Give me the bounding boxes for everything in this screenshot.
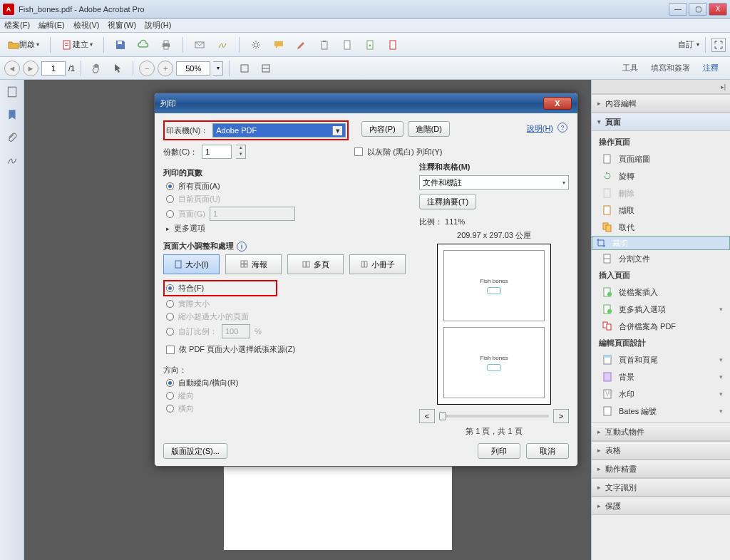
preview-next-button[interactable]: >	[553, 409, 569, 423]
comments-summary-button[interactable]: 注釋摘要(T)	[419, 194, 476, 209]
open-button[interactable]: 開啟▾	[4, 36, 43, 53]
section-table[interactable]: ▸表格	[592, 441, 730, 460]
dialog-close-icon[interactable]: X	[543, 97, 572, 110]
op-rotate[interactable]: 旋轉	[592, 167, 730, 185]
section-protect[interactable]: ▸保護	[592, 497, 730, 515]
create-button[interactable]: 建立▾	[58, 36, 96, 53]
op-bates[interactable]: Bates 編號▾	[592, 403, 730, 420]
panel-collapse-icon[interactable]: ▸|	[721, 83, 726, 90]
op-split[interactable]: 分割文件	[592, 250, 730, 267]
export-icon[interactable]	[361, 36, 379, 53]
orient-auto[interactable]: 自動縱向/橫向(R)	[166, 378, 406, 388]
bookmark-icon[interactable]	[6, 108, 19, 121]
comment-icon[interactable]	[269, 36, 288, 53]
op-replace[interactable]: 取代	[592, 219, 730, 236]
select-tool-icon[interactable]	[108, 60, 127, 77]
dialog-titlebar[interactable]: 列印 X	[155, 93, 577, 113]
preview-page-title: Fish bones	[480, 355, 508, 361]
op-crop[interactable]: 裁切	[592, 236, 730, 250]
menu-help[interactable]: 說明(H)	[145, 20, 171, 31]
minimize-button[interactable]: —	[669, 3, 687, 16]
fit-option[interactable]: 符合(F)	[166, 283, 274, 294]
svg-rect-36	[241, 264, 244, 267]
section-interactive[interactable]: ▸互動式物件	[592, 422, 730, 441]
op-background[interactable]: 背景▾	[592, 368, 730, 385]
preview-slider[interactable]	[439, 415, 549, 418]
comments-select[interactable]: 文件和標註▾	[419, 175, 569, 190]
fullscreen-icon[interactable]	[711, 38, 726, 52]
cloud-icon[interactable]	[134, 36, 153, 53]
range-all[interactable]: 所有頁面(A)	[166, 181, 406, 192]
properties-button[interactable]: 內容(P)	[361, 121, 403, 137]
seg-poster[interactable]: 海報	[225, 254, 282, 274]
signature-rail-icon[interactable]	[6, 154, 19, 167]
op-combine[interactable]: 合併檔案為 PDF	[592, 318, 730, 335]
menu-edit[interactable]: 編輯(E)	[38, 20, 65, 31]
page-input[interactable]	[41, 61, 66, 76]
advanced-button[interactable]: 進階(D)	[408, 121, 450, 137]
section-content-edit[interactable]: ▸內容編輯	[592, 94, 730, 113]
hand-tool-icon[interactable]	[87, 60, 106, 77]
copies-spinner[interactable]: ▲▼	[236, 145, 246, 159]
print-icon[interactable]	[157, 36, 175, 53]
zoom-dropdown[interactable]: ▾	[213, 61, 223, 76]
copies-input[interactable]	[202, 145, 232, 159]
zoom-in-icon[interactable]: +	[158, 61, 173, 76]
zoom-out-icon[interactable]: −	[139, 61, 155, 76]
section-ocr[interactable]: ▸文字識別	[592, 478, 730, 497]
op-insert-more[interactable]: 更多插入選項▾	[592, 301, 730, 318]
menu-file[interactable]: 檔案(F)	[4, 20, 30, 31]
op-header-footer[interactable]: 頁首和頁尾▾	[592, 351, 730, 368]
prev-page-icon[interactable]: ◄	[4, 61, 20, 76]
thumbnails-icon[interactable]	[6, 85, 19, 98]
seg-multi[interactable]: 多頁	[287, 254, 344, 274]
email-icon[interactable]	[190, 36, 209, 53]
edit-icon[interactable]	[292, 36, 311, 53]
attachment-icon[interactable]	[6, 131, 19, 144]
orient-landscape[interactable]: 橫向	[166, 403, 406, 414]
section-action[interactable]: ▸動作精靈	[592, 460, 730, 478]
clipboard-icon[interactable]	[315, 36, 334, 53]
range-pages[interactable]: 頁面(G)	[166, 207, 406, 221]
help-icon[interactable]: ?	[557, 123, 567, 133]
next-page-icon[interactable]: ►	[23, 61, 38, 76]
section-page[interactable]: ▾頁面	[592, 113, 730, 131]
customize-button[interactable]: 自訂	[678, 39, 694, 50]
cancel-button[interactable]: 取消	[526, 443, 569, 459]
gear-icon[interactable]	[247, 36, 265, 53]
tab-tools[interactable]: 工具	[622, 63, 638, 73]
maximize-button[interactable]: ▢	[689, 3, 707, 16]
seg-booklet[interactable]: 小冊子	[349, 254, 406, 274]
preview-prev-button[interactable]: <	[419, 409, 435, 423]
page-setup-button[interactable]: 版面設定(S)...	[163, 443, 227, 459]
sign-icon[interactable]	[213, 36, 232, 53]
convert-icon[interactable]	[384, 36, 402, 53]
grayscale-checkbox[interactable]	[354, 147, 363, 156]
more-options[interactable]: ▸更多選項	[166, 223, 406, 234]
custom-scale-option[interactable]: 自訂比例：%	[166, 324, 406, 338]
close-button[interactable]: X	[709, 3, 727, 16]
tab-fill-sign[interactable]: 填寫和簽署	[651, 63, 690, 73]
seg-size[interactable]: 大小(I)	[163, 254, 220, 274]
fit-page-icon[interactable]	[257, 60, 275, 77]
print-button[interactable]: 列印	[478, 443, 520, 459]
info-icon[interactable]: i	[237, 242, 247, 252]
range-current[interactable]: 目前頁面(U)	[166, 194, 406, 204]
op-insert-file[interactable]: 從檔案插入	[592, 284, 730, 301]
paper-source-option[interactable]: 依 PDF 頁面大小選擇紙張來源(Z)	[166, 344, 406, 355]
page-icon[interactable]	[338, 36, 356, 53]
printer-select[interactable]: Adobe PDF▾	[212, 123, 346, 138]
help-link[interactable]: 說明(H)	[527, 123, 553, 134]
actual-size-option[interactable]: 實際大小	[166, 299, 406, 309]
op-watermark[interactable]: W水印▾	[592, 385, 730, 403]
shrink-option[interactable]: 縮小超過大小的頁面	[166, 311, 406, 322]
tab-comment[interactable]: 注釋	[703, 63, 719, 73]
op-thumbnails[interactable]: 頁面縮圖	[592, 150, 730, 167]
save-icon[interactable]	[111, 36, 130, 53]
fit-width-icon[interactable]	[235, 60, 254, 77]
menu-view[interactable]: 檢視(V)	[73, 20, 100, 31]
zoom-input[interactable]	[176, 61, 210, 76]
orient-portrait[interactable]: 縱向	[166, 390, 406, 401]
op-extract[interactable]: 擷取	[592, 202, 730, 219]
menu-window[interactable]: 視窗(W)	[108, 20, 136, 31]
